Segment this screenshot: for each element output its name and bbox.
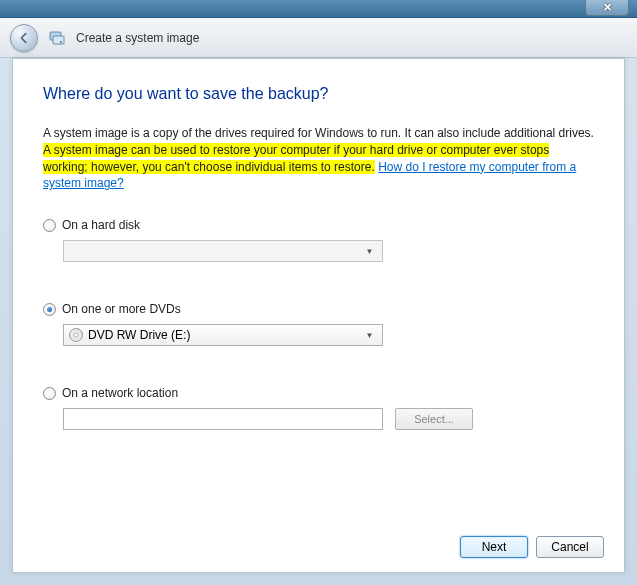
label-dvd[interactable]: On one or more DVDs [62,302,181,316]
combo-dvd[interactable]: DVD RW Drive (E:) ▼ [63,324,383,346]
disc-icon [68,327,84,343]
page-heading: Where do you want to save the backup? [43,85,594,103]
back-button[interactable] [10,24,38,52]
system-image-icon [48,29,66,47]
label-hard-disk[interactable]: On a hard disk [62,218,140,232]
option-network: On a network location Select... [43,386,594,430]
network-path-input[interactable] [63,408,383,430]
option-hard-disk: On a hard disk ▼ [43,218,594,262]
cancel-button[interactable]: Cancel [536,536,604,558]
radio-dvd[interactable] [43,303,56,316]
combo-dvd-value: DVD RW Drive (E:) [88,328,361,342]
desc-part1: A system image is a copy of the drives r… [43,126,594,140]
next-button[interactable]: Next [460,536,528,558]
window-title: Create a system image [76,31,199,45]
option-dvd: On one or more DVDs DVD RW Drive (E:) ▼ [43,302,594,346]
select-location-button[interactable]: Select... [395,408,473,430]
content-area: Where do you want to save the backup? A … [12,58,625,573]
svg-rect-1 [53,36,64,44]
wizard-header: Create a system image [0,18,637,58]
description-text: A system image is a copy of the drives r… [43,125,594,192]
svg-point-2 [60,41,62,43]
combo-hard-disk: ▼ [63,240,383,262]
close-button[interactable]: ✕ [585,0,629,16]
radio-network[interactable] [43,387,56,400]
titlebar: ✕ [0,0,637,18]
chevron-down-icon: ▼ [361,241,378,261]
back-arrow-icon [17,31,31,45]
chevron-down-icon: ▼ [361,325,378,345]
label-network[interactable]: On a network location [62,386,178,400]
svg-point-4 [74,333,78,337]
radio-hard-disk[interactable] [43,219,56,232]
close-icon: ✕ [603,1,612,14]
footer-buttons: Next Cancel [460,536,604,558]
